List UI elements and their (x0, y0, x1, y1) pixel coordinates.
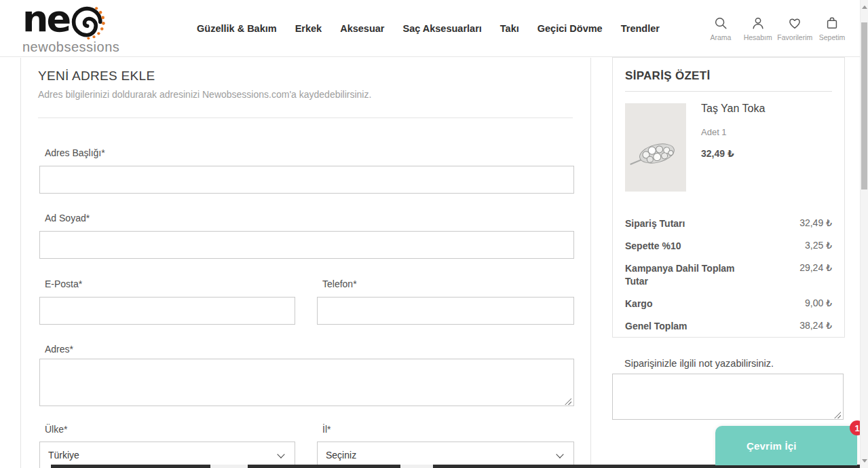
spiral-logo-icon (70, 5, 108, 43)
summary-row-grand-total: Genel Toplam 38,24 ₺ (625, 315, 832, 338)
full-name-label: Ad Soyad* (45, 213, 90, 223)
search-label: Arama (711, 33, 732, 41)
logo-subtext: newobsessions (22, 39, 119, 55)
live-chat-widget[interactable]: Çevrim İçi 1 (715, 426, 857, 465)
city-select-value: Seçiniz (326, 450, 356, 461)
scroll-up-icon[interactable] (862, 5, 867, 9)
row-label: Sipariş Tutarı (625, 217, 685, 230)
row-value: 3,25 ₺ (805, 240, 832, 251)
scroll-down-icon[interactable] (862, 459, 867, 463)
nav-item-gecici-dovme[interactable]: Geçici Dövme (537, 23, 603, 34)
address-label: Adres* (45, 344, 73, 355)
email-input[interactable] (39, 297, 295, 325)
order-note-label: Siparişinizle ilgili not yazabilirsiniz. (624, 358, 774, 369)
row-value: 38,24 ₺ (799, 320, 832, 331)
row-label: Kampanya Dahil Toplam Tutar (625, 262, 740, 287)
user-icon (751, 16, 766, 31)
chevron-down-icon (277, 450, 284, 458)
footer-strip-notch (210, 465, 248, 468)
address-title-input[interactable] (39, 166, 574, 194)
account-button[interactable]: Hesabım (740, 16, 776, 41)
search-button[interactable]: Arama (703, 16, 738, 41)
row-value: 32,49 ₺ (799, 217, 832, 228)
nav-item-taki[interactable]: Takı (500, 23, 519, 34)
page-title: YENİ ADRES EKLE (38, 69, 155, 84)
nav-item-aksesuar[interactable]: Aksesuar (340, 23, 384, 34)
full-name-input[interactable] (39, 231, 574, 259)
address-textarea[interactable] (39, 359, 574, 406)
page: ne newobsessions Güzellik & Bakım Erkek … (0, 0, 868, 468)
product-image[interactable] (625, 103, 686, 192)
chat-status-label: Çevrim İçi (747, 440, 797, 452)
row-label: Genel Toplam (625, 320, 687, 332)
email-label: E-Posta* (45, 278, 82, 289)
summary-rows: Sipariş Tutarı 32,49 ₺ Sepette %10 3,25 … (625, 213, 832, 338)
favorites-button[interactable]: Favorilerim (777, 16, 812, 41)
nav-item-trendler[interactable]: Trendler (621, 23, 660, 34)
heart-icon (787, 16, 802, 31)
phone-label: Telefon* (322, 278, 357, 289)
city-label: İl* (322, 424, 331, 435)
logo-text: ne (22, 4, 69, 34)
order-summary-title: SİPARİŞ ÖZETİ (625, 69, 710, 83)
scrollbar-thumb[interactable] (861, 22, 867, 190)
summary-row-cart-discount: Sepette %10 3,25 ₺ (625, 235, 832, 257)
divider (38, 118, 573, 118)
country-label: Ülke* (45, 424, 67, 435)
bag-icon (825, 16, 839, 31)
divider (625, 91, 832, 92)
address-title-label: Adres Başlığı* (45, 147, 105, 158)
phone-input[interactable] (317, 297, 574, 325)
new-address-card: YENİ ADRES EKLE Adres bilgilerinizi dold… (20, 58, 591, 468)
main-nav: Güzellik & Bakım Erkek Aksesuar Saç Akse… (197, 0, 660, 57)
footer-strip-notch (400, 465, 433, 468)
order-summary-card: SİPARİŞ ÖZETİ Taş Yan Toka (612, 57, 845, 338)
product-price: 32,49 ₺ (701, 148, 734, 159)
page-subtitle: Adres bilgilerinizi doldurarak adresiniz… (38, 89, 371, 100)
row-label: Sepette %10 (625, 240, 681, 252)
product-quantity: Adet 1 (701, 127, 727, 137)
row-label: Kargo (625, 298, 652, 310)
order-note-textarea[interactable] (612, 374, 844, 420)
summary-row-campaign-total: Kampanya Dahil Toplam Tutar 29,24 ₺ (625, 257, 832, 292)
nav-item-guzellik-bakim[interactable]: Güzellik & Bakım (197, 23, 277, 34)
favorites-label: Favorilerim (777, 33, 812, 41)
brand-logo[interactable]: ne newobsessions (22, 4, 119, 55)
search-icon (713, 16, 728, 31)
row-value: 9,00 ₺ (805, 298, 832, 308)
nav-item-sac-aksesuarlari[interactable]: Saç Aksesuarları (402, 23, 481, 34)
summary-row-order-total: Sipariş Tutarı 32,49 ₺ (625, 213, 832, 235)
header-actions: Arama Hesabım Favorilerim (703, 0, 850, 57)
account-label: Hesabım (744, 33, 772, 41)
nav-item-erkek[interactable]: Erkek (295, 23, 322, 34)
cart-label: Sepetim (819, 33, 846, 41)
vertical-scrollbar[interactable] (860, 0, 868, 468)
chevron-down-icon (556, 450, 563, 458)
row-value: 29,24 ₺ (799, 262, 832, 273)
country-select-value: Türkiye (48, 450, 79, 461)
header: ne newobsessions Güzellik & Bakım Erkek … (0, 0, 868, 57)
cart-button[interactable]: Sepetim (814, 16, 850, 41)
product-name[interactable]: Taş Yan Toka (701, 103, 765, 115)
summary-row-shipping: Kargo 9,00 ₺ (625, 293, 832, 315)
